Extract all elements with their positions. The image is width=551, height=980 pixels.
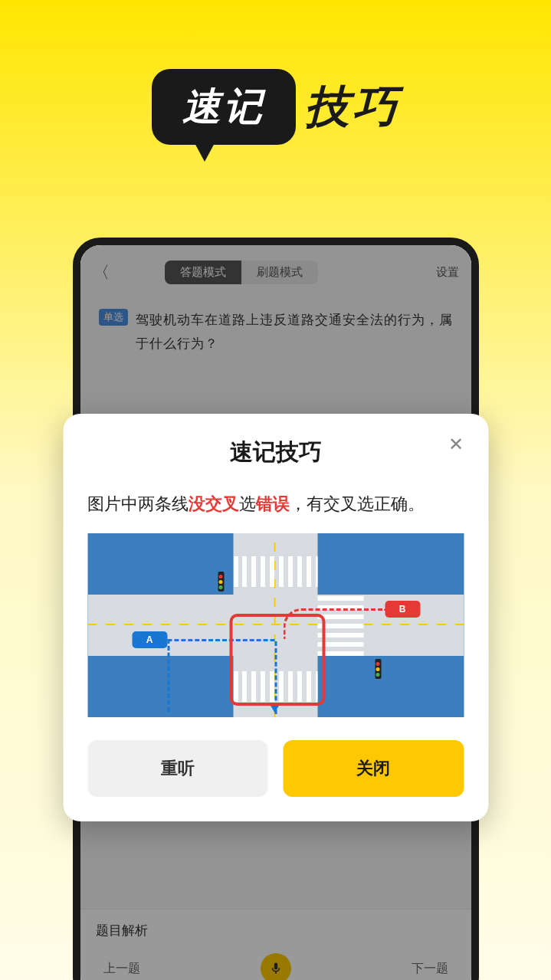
car-b: B [385,601,420,618]
close-modal-button[interactable]: 关闭 [284,740,464,797]
close-button[interactable]: ✕ [444,432,468,457]
car-a: A [132,631,167,648]
tip-red1: 没交叉 [189,494,239,513]
bubble-text: 速记 [182,81,265,133]
modal-header: 速记技巧 ✕ [87,437,464,468]
tip-mid2: ，有交叉选 [290,494,374,513]
speech-bubble: 速记 [152,69,296,145]
highlight-box [229,614,325,706]
modal-buttons: 重听 关闭 [87,740,464,797]
hero-right-text: 技巧 [305,77,400,137]
arrow-down-icon [270,705,279,713]
tip-suffix: 正确。 [374,494,425,513]
traffic-light-icon [375,659,381,679]
crosswalk-top [233,556,317,587]
tip-prefix: 图片中两条线 [87,494,189,513]
car-a-label: A [146,634,153,645]
tip-text: 图片中两条线没交叉选错误，有交叉选正确。 [87,490,464,518]
intersection-diagram: A B [87,533,464,717]
traffic-light-icon [218,572,224,592]
modal-title: 速记技巧 [230,439,322,464]
tip-modal: 速记技巧 ✕ 图片中两条线没交叉选错误，有交叉选正确。 A B 重听 关闭 [63,414,488,821]
tip-mid1: 选 [239,494,256,513]
replay-button[interactable]: 重听 [87,740,268,797]
car-b-label: B [399,604,406,615]
close-icon: ✕ [448,434,464,455]
hero-title: 速记 技巧 [0,0,551,145]
tip-red2: 错误 [256,494,290,513]
